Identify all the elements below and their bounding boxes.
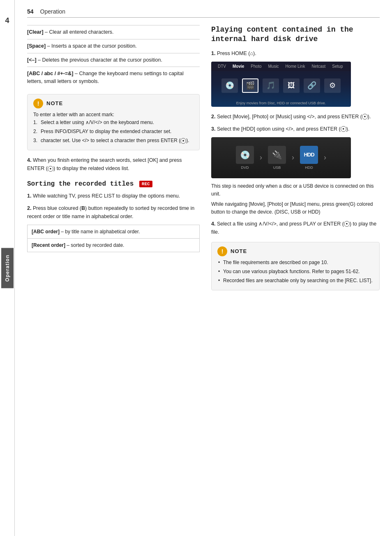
note-label-2: NOTE <box>231 248 247 254</box>
hdd-item-hdd: HDD HDD <box>300 146 318 170</box>
enter-symbol-4: ● <box>341 126 346 132</box>
hdd-main-icon: HDD <box>300 146 318 164</box>
term-backspace: [<–] <box>27 57 37 63</box>
note-step-3: character set. Use </> to select a chara… <box>33 137 194 144</box>
recent-order-term: [Recent order] <box>32 242 65 248</box>
sorting-sub-table: [ABC order] – by title name in alphabeti… <box>27 225 200 252</box>
tab-netcast: Netcast <box>308 63 329 69</box>
right-step-3: 3. Select the [HDD] option using </>, an… <box>211 125 380 133</box>
note-header-2: ! NOTE <box>217 246 374 256</box>
rec-badge: REC <box>139 181 152 187</box>
right-section-title: Playing content contained in the interna… <box>211 25 380 44</box>
note-icon: ! <box>33 99 43 108</box>
abc-order-desc: – by title name in alphabetical order. <box>61 229 140 235</box>
sidebar: 4 Operation <box>0 0 15 536</box>
right-step-4-num: 4. <box>211 221 215 227</box>
enter-symbol-2: ● <box>48 166 53 172</box>
usb-icon: 🔌 <box>268 146 286 164</box>
menu-icon-photo: 🖼 <box>283 78 300 93</box>
sorting-step-2-num: 2. <box>27 205 31 211</box>
hdd-image: 💿 DVD › 🔌 USB › HDD HDD › <box>211 137 351 178</box>
note-step-2: Press INFO/DISPLAY to display the extend… <box>33 128 194 135</box>
menu-icon-movie: 🎬 <box>242 78 258 93</box>
right-column: Playing content contained in the interna… <box>211 25 380 528</box>
term-space-desc: – Inserts a space at the cursor position… <box>47 43 137 49</box>
note-step-1: Select a letter using ∧/V/</> on the key… <box>33 119 194 126</box>
term-abc: [ABC / abc / #+-=&] <box>27 71 74 76</box>
menu-icon-settings: ⚙ <box>324 78 341 93</box>
sorting-step-1-text: While watching TV, press REC LIST to dis… <box>33 193 180 199</box>
menu-icon-disc: 💿 <box>221 78 238 93</box>
note-bullets-list: The file requirements are described on p… <box>217 259 374 285</box>
note-bullet-2: You can use various playback functions. … <box>217 268 374 276</box>
page-header: 54 Operation <box>27 8 380 18</box>
chapter-tab: Operation <box>1 248 14 288</box>
menu-footer-text: Enjoy movies from Disc, HDD or connected… <box>236 100 326 107</box>
note-step3-text: This step is needed only when a disc or … <box>211 182 380 216</box>
left-column: [Clear] – Clear all entered characters. … <box>27 25 200 528</box>
note-box-accent: ! NOTE To enter a letter with an accent … <box>27 94 200 150</box>
right-step-4: 4. Select a file using ∧/V/</>, and pres… <box>211 220 380 236</box>
tab-setup: Setup <box>329 63 346 69</box>
sorting-step-1-num: 1. <box>27 193 31 199</box>
note-icon-2: ! <box>217 246 227 256</box>
hdd-item-usb: 🔌 USB <box>268 146 286 170</box>
dvd-icon: 💿 <box>236 146 254 164</box>
step-4-search: 4. When you finish entering the search w… <box>27 156 200 173</box>
menu-image: DTV Movie Photo Music Home Link Netcast … <box>211 62 351 107</box>
enter-symbol-5: ● <box>344 221 350 227</box>
right-title-text: Playing content contained in the interna… <box>211 25 353 43</box>
right-step-1-num: 1. <box>211 51 215 56</box>
note-label: NOTE <box>46 100 63 106</box>
sorting-step-2: 2. Press blue coloured (B) button repeat… <box>27 204 200 221</box>
term-clear: [Clear] <box>27 29 44 35</box>
sorting-step-1: 1. While watching TV, press REC LIST to … <box>27 192 200 200</box>
two-col-layout: [Clear] – Clear all entered characters. … <box>27 25 380 528</box>
recent-order-row: [Recent order] – sorted by recorded date… <box>28 239 199 252</box>
usb-label: USB <box>273 166 281 170</box>
note-intro: To enter a letter with an accent mark: S… <box>33 111 194 144</box>
menu-tabs-bar: DTV Movie Photo Music Home Link Netcast … <box>211 62 351 71</box>
right-step-2-text: Select [Movie], [Photo] or [Music] using… <box>217 114 371 120</box>
key-term-backspace: [<–] – Deletes the previous character at… <box>27 53 200 67</box>
key-term-abc: [ABC / abc / #+-=&] – Change the keyboar… <box>27 67 200 88</box>
arrow-right-3: › <box>324 153 326 162</box>
header-title: Operation <box>40 8 65 15</box>
note-intro-text: To enter a letter with an accent mark: <box>33 112 114 117</box>
right-step-4-text: Select a file using ∧/V/</>, and press P… <box>211 221 376 235</box>
key-term-space: [Space] – Inserts a space at the cursor … <box>27 39 200 53</box>
main-content: 54 Operation [Clear] – Clear all entered… <box>15 0 392 536</box>
term-clear-desc: – Clear all entered characters. <box>45 29 113 35</box>
right-step-1: 1. Press HOME (⌂). <box>211 49 380 58</box>
arrow-right-1: › <box>260 153 262 162</box>
note-bullet-3: Recorded files are searchable only by se… <box>217 277 374 285</box>
tab-movie: Movie <box>229 63 247 69</box>
chapter-number: 4 <box>5 16 9 25</box>
term-backspace-desc: – Deletes the previous character at the … <box>38 57 162 63</box>
note-steps-list: Select a letter using ∧/V/</> on the key… <box>33 119 194 144</box>
arrow-right-2: › <box>292 153 294 162</box>
sorting-title-text: Sorting the recorded titles <box>27 180 134 188</box>
tab-dtv: DTV <box>214 63 229 69</box>
right-step-1-text: Press HOME (⌂). <box>217 51 256 56</box>
recent-order-desc: – sorted by recorded date. <box>67 242 124 248</box>
note-step3-para2: While navigating [Movie], [Photo] or [Mu… <box>211 200 380 216</box>
menu-icon-music: 🎵 <box>263 78 279 93</box>
abc-order-term: [ABC order] <box>32 229 60 235</box>
note-header: ! NOTE <box>33 99 194 108</box>
sorting-step-2-text: Press blue coloured (B) button repeatedl… <box>27 205 194 219</box>
sorting-section: Sorting the recorded titles REC 1. While… <box>27 180 200 252</box>
enter-symbol: ● <box>180 138 186 144</box>
sorting-title: Sorting the recorded titles REC <box>27 180 200 189</box>
right-step-3-num: 3. <box>211 126 215 132</box>
tab-homelink: Home Link <box>282 63 309 69</box>
tab-photo: Photo <box>247 63 265 69</box>
menu-body: 💿 🎬 🎵 🖼 🔗 ⚙ <box>211 71 351 100</box>
abc-order-row: [ABC order] – by title name in alphabeti… <box>28 225 199 239</box>
dvd-label: DVD <box>241 166 249 170</box>
note-box-2: ! NOTE The file requirements are describ… <box>211 242 380 291</box>
term-space: [Space] <box>27 43 46 49</box>
step-4-num: 4. <box>27 157 31 163</box>
right-step-3-text: Select the [HDD] option using </>, and p… <box>217 126 349 132</box>
key-term-clear: [Clear] – Clear all entered characters. <box>27 25 200 39</box>
